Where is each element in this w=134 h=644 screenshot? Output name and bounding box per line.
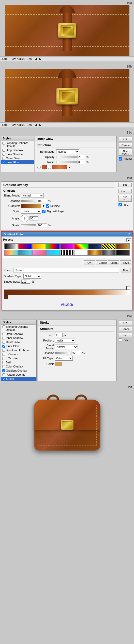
preset-oy[interactable] — [32, 243, 46, 249]
color-swatch-19c[interactable] — [42, 165, 47, 169]
styles-item-inner-shadow[interactable]: Inner Shadow — [1, 152, 34, 156]
color-stop-left-19d[interactable] — [4, 295, 8, 299]
reverse-checkbox-19d[interactable] — [46, 204, 49, 208]
cancel-button-19c[interactable]: Cancel — [119, 143, 132, 148]
editor-save-19d[interactable]: Save... — [120, 260, 131, 265]
smoothness-input-19d[interactable] — [21, 280, 30, 284]
noise-input-19c[interactable] — [78, 160, 85, 164]
checkbox-contour-19e[interactable] — [2, 353, 5, 356]
preset-trans[interactable] — [74, 250, 88, 256]
checkbox-drop-shadow[interactable] — [2, 149, 5, 152]
opacity-slider-19e[interactable] — [55, 352, 70, 354]
preset-purple[interactable] — [60, 243, 74, 249]
opacity-input-19d[interactable] — [37, 199, 47, 203]
gradient-bar-19d[interactable] — [4, 290, 130, 295]
checkbox-drop-shadow-19e[interactable] — [2, 333, 5, 335]
preset-pink[interactable] — [32, 250, 46, 256]
preview-checkbox-19c[interactable] — [119, 157, 122, 161]
styles-item-drop-shadow[interactable]: Drop Shadow — [1, 148, 34, 152]
new-style-button-19e[interactable]: N... — [119, 333, 132, 337]
editor-ok-19d[interactable]: OK — [84, 260, 95, 265]
style-select-19d[interactable]: Linear — [21, 209, 41, 214]
checkbox-blending-19e[interactable] — [2, 325, 5, 328]
ok-button-19c[interactable]: OK — [119, 137, 132, 141]
preset-sky[interactable] — [18, 250, 32, 256]
hex-color-display-19d[interactable]: #6b290b — [2, 302, 132, 308]
checkbox-color-overlay-19e[interactable] — [2, 365, 5, 368]
preset-rb[interactable] — [18, 243, 32, 249]
nav-arrow-right-19b[interactable]: ▶ — [39, 124, 41, 126]
styles-item-color-overlay-19e[interactable]: Color Overlay — [1, 364, 36, 369]
preset-stripe[interactable] — [102, 243, 116, 249]
preset-blue[interactable] — [46, 250, 60, 256]
preset-sunset[interactable] — [4, 250, 18, 256]
checkbox-bevel-19e[interactable] — [2, 349, 5, 352]
checkbox-stroke-19e[interactable] — [2, 377, 5, 380]
nav-arrow-left-19a[interactable]: ◀ — [35, 58, 37, 60]
opacity-input-19c[interactable] — [78, 155, 85, 159]
styles-item-inner-glow-19e[interactable]: Inner Glow — [1, 344, 36, 348]
name-input-19d[interactable] — [13, 268, 119, 272]
nav-arrow-right-19a[interactable]: ▶ — [39, 58, 41, 60]
preset-bw[interactable] — [4, 243, 18, 249]
fill-type-select-19e[interactable]: Color — [55, 356, 73, 361]
preset-rgb[interactable] — [46, 243, 60, 249]
styles-item-blending-19e[interactable]: Blending Options: Default — [1, 325, 36, 332]
checkbox-texture-19e[interactable] — [2, 357, 5, 360]
gradient-swatch-19d[interactable] — [21, 204, 41, 208]
checkbox-inner-glow[interactable] — [2, 161, 5, 164]
ok-button-19e[interactable]: OK — [119, 321, 132, 325]
preview-checkbox-19e[interactable] — [119, 338, 122, 342]
checkbox-gradient-overlay-19e[interactable] — [2, 369, 5, 372]
angle-dial-19d[interactable] — [21, 215, 28, 222]
preset-dark[interactable] — [116, 250, 130, 256]
checkbox-satin-19e[interactable] — [2, 361, 5, 364]
styles-item-contour-19e[interactable]: Contour — [1, 352, 36, 356]
blend-mode-select-19e[interactable]: Normal — [55, 345, 78, 349]
opacity-slider-19c[interactable] — [56, 156, 77, 158]
styles-item-outer-glow[interactable]: Outer Glow — [1, 156, 34, 160]
styles-item-blending[interactable]: Blending Options: Default — [1, 141, 34, 148]
checkbox-inner-glow-19e[interactable] — [2, 345, 5, 348]
styles-item-pattern-overlay-19e[interactable]: Pattern Overlay — [1, 373, 36, 377]
radio-source-gradient-19c[interactable] — [48, 166, 51, 169]
styles-item-gradient-overlay-19e[interactable]: Gradient Overlay — [1, 369, 36, 373]
gradient-arrow-19d[interactable]: ▼ — [42, 204, 45, 207]
color-swatch-stroke-19e[interactable] — [55, 362, 62, 366]
styles-item-outer-glow-19e[interactable]: Outer Glow — [1, 340, 36, 344]
styles-item-bevel-19e[interactable]: Bevel and Emboss — [1, 348, 36, 352]
checkbox-blending[interactable] — [2, 142, 5, 144]
checkbox-outer-glow-19e[interactable] — [2, 341, 5, 344]
position-select-19e[interactable]: Inside — [55, 338, 75, 343]
presets-options-btn-19d[interactable]: ▶ — [126, 238, 131, 242]
opacity-input-19e[interactable] — [71, 351, 81, 355]
cancel-button-19e[interactable]: Cancel — [119, 327, 132, 331]
gradient-arrow-19c[interactable]: ▼ — [68, 166, 71, 169]
opacity-slider-19d[interactable] — [21, 200, 36, 202]
scale-input-19d[interactable] — [37, 223, 47, 227]
styles-item-inner-glow[interactable]: Inner Glow — [1, 160, 34, 164]
styles-item-drop-shadow-19e[interactable]: Drop Shadow — [1, 332, 36, 336]
editor-load-19d[interactable]: Load... — [108, 260, 119, 265]
align-layer-checkbox-19d[interactable] — [42, 210, 46, 213]
radio-source-color-19c[interactable] — [37, 166, 41, 169]
gradient-type-select-19d[interactable]: Solid — [23, 274, 41, 279]
checkbox-pattern-overlay-19e[interactable] — [2, 373, 5, 376]
styles-item-inner-shadow-19e[interactable]: Inner Shadow — [1, 336, 36, 340]
checkbox-inner-shadow[interactable] — [2, 153, 5, 156]
styles-item-texture-19e[interactable]: Texture — [1, 356, 36, 360]
preset-bstripe[interactable] — [60, 250, 74, 256]
scale-slider-19d[interactable] — [21, 224, 36, 226]
blend-mode-select-19d[interactable]: Normal — [21, 193, 44, 198]
new-btn-19d[interactable]: New — [121, 268, 130, 272]
preview-checkbox-19d[interactable] — [118, 203, 122, 206]
preset-gold[interactable] — [88, 250, 102, 256]
checkbox-inner-shadow-19e[interactable] — [2, 337, 5, 339]
opacity-stop-right-19d[interactable] — [126, 286, 130, 290]
preset-night[interactable] — [88, 243, 102, 249]
preset-brown[interactable] — [116, 243, 130, 249]
ok-button-19d[interactable]: OK — [118, 183, 132, 187]
blend-mode-select-19c[interactable]: Normal — [56, 149, 79, 154]
preset-multicolor[interactable] — [74, 243, 88, 249]
new-style-button-19c[interactable]: New Style... — [119, 149, 132, 156]
